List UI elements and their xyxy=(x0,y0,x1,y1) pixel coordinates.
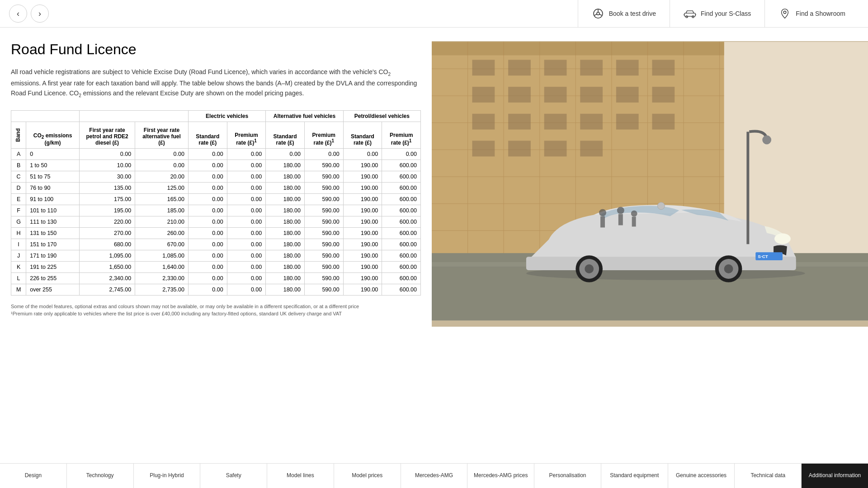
svg-rect-36 xyxy=(508,87,531,103)
alt-first-cell: 185.00 xyxy=(135,205,189,216)
bottom-nav-item[interactable]: Mercedes-AMG prices xyxy=(467,464,534,488)
svg-point-1 xyxy=(597,12,599,15)
svg-rect-40 xyxy=(652,87,675,103)
svg-point-72 xyxy=(762,136,771,145)
prev-button[interactable]: ‹ xyxy=(9,5,27,23)
emissions-header: CO2 emissions (g/km) xyxy=(26,122,80,148)
footnote-line1: Some of the model features, optional ext… xyxy=(11,303,421,310)
emissions-cell: 91 to 100 xyxy=(26,193,80,205)
afv-prem-cell: 590.00 xyxy=(304,284,343,295)
band-cell: D xyxy=(11,182,26,193)
afv-std-cell: 180.00 xyxy=(266,239,305,250)
bottom-nav-item[interactable]: Mercedes-AMG xyxy=(401,464,468,488)
svg-point-69 xyxy=(631,211,637,217)
band-cell: J xyxy=(11,250,26,261)
pd-prem-cell: 600.00 xyxy=(382,216,421,227)
content-left: Road Fund Licence All road vehicle regis… xyxy=(0,41,432,327)
afv-std-cell: 180.00 xyxy=(266,160,305,171)
svg-line-4 xyxy=(599,14,602,16)
svg-rect-68 xyxy=(618,214,623,225)
alt-first-cell: 260.00 xyxy=(135,227,189,239)
ev-std-cell: 0.00 xyxy=(188,284,227,295)
alt-first-cell: 0.00 xyxy=(135,160,189,171)
find-s-class-button[interactable]: Find your S-Class xyxy=(670,0,764,28)
table-row: G 111 to 130 220.00 210.00 0.00 0.00 180… xyxy=(11,216,421,227)
band-cell: B xyxy=(11,160,26,171)
top-navigation: ‹ › Book a test drive xyxy=(0,0,868,28)
afv-prem-cell: 590.00 xyxy=(304,216,343,227)
band-cell: L xyxy=(11,272,26,284)
afv-prem-cell: 590.00 xyxy=(304,171,343,182)
band-cell: M xyxy=(11,284,26,295)
pd-prem-cell: 600.00 xyxy=(382,205,421,216)
location-icon xyxy=(778,7,791,20)
svg-rect-38 xyxy=(580,87,603,103)
ev-group-header: Electric vehicles xyxy=(188,110,265,122)
pd-prem-cell: 600.00 xyxy=(382,239,421,250)
svg-rect-45 xyxy=(616,114,639,130)
alt-first-cell: 670.00 xyxy=(135,239,189,250)
svg-line-3 xyxy=(594,14,597,16)
test-drive-label: Book a test drive xyxy=(609,10,656,17)
svg-rect-42 xyxy=(508,114,531,130)
bottom-nav-item[interactable]: Design xyxy=(0,464,67,488)
band-cell: F xyxy=(11,205,26,216)
ev-prem-cell: 0.00 xyxy=(227,227,266,239)
ev-std-cell: 0.00 xyxy=(188,227,227,239)
bottom-nav-item[interactable]: Standard equipment xyxy=(601,464,668,488)
main-content: Road Fund Licence All road vehicle regis… xyxy=(0,28,868,327)
find-showroom-button[interactable]: Find a Showroom xyxy=(764,0,859,28)
pd-std-cell: 190.00 xyxy=(343,250,382,261)
afv-prem-cell: 590.00 xyxy=(304,205,343,216)
bottom-nav-item[interactable]: Safety xyxy=(200,464,267,488)
afv-std-cell: 180.00 xyxy=(266,171,305,182)
table-row: J 171 to 190 1,095.00 1,085.00 0.00 0.00… xyxy=(11,250,421,261)
bottom-nav-item[interactable]: Genuine accessories xyxy=(668,464,735,488)
alt-first-cell: 1,085.00 xyxy=(135,250,189,261)
car-image: S·CT xyxy=(432,41,868,321)
pd-prem-cell: 600.00 xyxy=(382,171,421,182)
svg-point-7 xyxy=(692,16,694,18)
petrol-first-cell: 270.00 xyxy=(79,227,135,239)
bottom-nav-item[interactable]: Model lines xyxy=(267,464,334,488)
svg-rect-66 xyxy=(600,216,605,228)
bottom-nav-item[interactable]: Personalisation xyxy=(534,464,601,488)
book-test-drive-button[interactable]: Book a test drive xyxy=(578,0,670,28)
steering-wheel-icon xyxy=(592,7,604,20)
table-row: M over 255 2,745.00 2,735.00 0.00 0.00 1… xyxy=(11,284,421,295)
ev-prem-header: Premium rate (£)1 xyxy=(227,122,266,148)
bottom-nav-item[interactable]: Technical data xyxy=(735,464,802,488)
svg-rect-43 xyxy=(544,114,567,130)
pd-prem-cell: 600.00 xyxy=(382,250,421,261)
band-cell: A xyxy=(11,148,26,160)
band-cell: K xyxy=(11,261,26,272)
next-button[interactable]: › xyxy=(31,5,49,23)
content-right: S·CT xyxy=(432,41,868,327)
road-fund-table: Electric vehicles Alternative fuel vehic… xyxy=(11,110,421,296)
bottom-nav-item[interactable]: Model prices xyxy=(334,464,401,488)
afv-std-cell: 180.00 xyxy=(266,205,305,216)
afv-std-cell: 180.00 xyxy=(266,284,305,295)
svg-point-62 xyxy=(724,264,733,273)
pd-std-cell: 190.00 xyxy=(343,160,382,171)
afv-std-cell: 180.00 xyxy=(266,216,305,227)
petrol-first-cell: 10.00 xyxy=(79,160,135,171)
svg-point-10 xyxy=(784,11,787,14)
emissions-cell: 131 to 150 xyxy=(26,227,80,239)
bottom-nav-item[interactable]: Plug-in Hybrid xyxy=(134,464,201,488)
pd-std-cell: 0.00 xyxy=(343,148,382,160)
alt-first-cell: 0.00 xyxy=(135,148,189,160)
svg-rect-13 xyxy=(432,42,724,56)
afv-prem-cell: 590.00 xyxy=(304,160,343,171)
svg-point-55 xyxy=(774,233,791,244)
bottom-nav-item[interactable]: Technology xyxy=(67,464,134,488)
petrol-first-cell: 0.00 xyxy=(79,148,135,160)
petrol-first-cell: 195.00 xyxy=(79,205,135,216)
find-s-class-label: Find your S-Class xyxy=(701,10,751,17)
ev-std-cell: 0.00 xyxy=(188,216,227,227)
ev-std-cell: 0.00 xyxy=(188,239,227,250)
pd-prem-cell: 600.00 xyxy=(382,193,421,205)
bottom-nav-item[interactable]: Additional information xyxy=(802,464,868,488)
ev-prem-cell: 0.00 xyxy=(227,205,266,216)
ev-std-cell: 0.00 xyxy=(188,193,227,205)
